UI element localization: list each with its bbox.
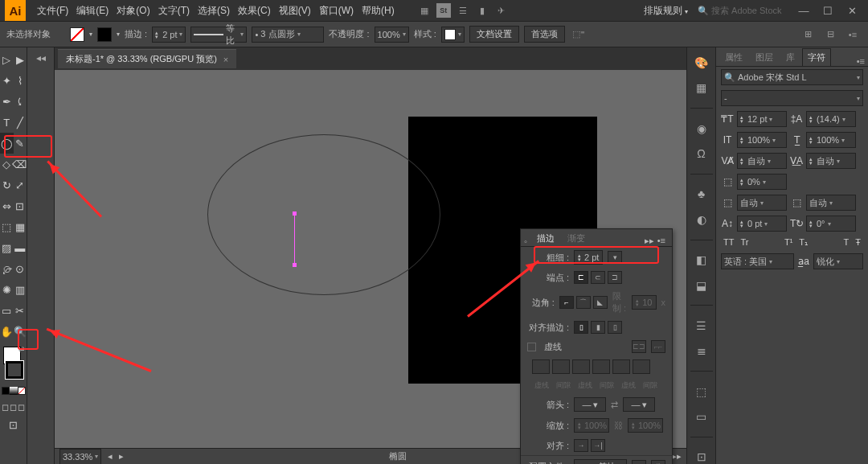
ellipse-tool[interactable]: ◯ bbox=[0, 133, 14, 154]
stroke-weight-field[interactable]: ▴▾2 pt▾ bbox=[152, 27, 186, 43]
search-input[interactable]: 🔍 搜索 Adobe Stock bbox=[694, 3, 791, 18]
tab-gradient[interactable]: 渐变 bbox=[561, 231, 592, 246]
screen-mode-button[interactable]: ⊡ bbox=[0, 414, 27, 435]
gap-3[interactable] bbox=[633, 359, 650, 374]
cap-projecting-button[interactable]: ⊐ bbox=[608, 271, 622, 284]
zoom-tool[interactable]: 🔍 bbox=[14, 321, 27, 342]
bridge-icon[interactable]: ▦ bbox=[417, 3, 432, 18]
asset-export-icon[interactable]: ⬚ bbox=[693, 384, 710, 398]
magic-wand-tool[interactable]: ✦ bbox=[0, 70, 14, 91]
zoom-field[interactable]: 33.33%▾ bbox=[59, 449, 101, 465]
flip-v-icon[interactable]: ⇵ bbox=[651, 460, 665, 464]
pen-tool[interactable]: ✒ bbox=[0, 91, 14, 112]
nav-next-icon[interactable]: ▸ bbox=[119, 451, 124, 462]
hscale-field[interactable]: ▴▾100%▾ bbox=[806, 132, 856, 148]
menu-edit[interactable]: 编辑(E) bbox=[73, 2, 112, 20]
dash-1[interactable] bbox=[532, 359, 550, 374]
publish-icon[interactable]: ✈ bbox=[494, 3, 509, 18]
aki-right-field[interactable]: 自动▾ bbox=[806, 195, 856, 211]
tracking-field[interactable]: ▴▾自动▾ bbox=[806, 153, 856, 169]
scale-tool[interactable]: ⤢ bbox=[14, 175, 27, 195]
brush-field[interactable]: • 3 点圆形▾ bbox=[252, 27, 324, 43]
align-center-button[interactable]: ▯ bbox=[574, 321, 588, 334]
superscript-button[interactable]: T¹ bbox=[782, 236, 795, 248]
stroke-profile-field[interactable]: 等比▾ bbox=[190, 27, 247, 43]
layers-panel-icon[interactable]: ≣ bbox=[693, 344, 710, 358]
tab-layers[interactable]: 图层 bbox=[750, 48, 779, 66]
stroke-swatch[interactable] bbox=[97, 27, 112, 42]
curvature-tool[interactable]: ⤹ bbox=[14, 91, 27, 112]
fill-stroke-control[interactable]: ⇄ bbox=[3, 347, 23, 379]
dashed-checkbox[interactable] bbox=[527, 343, 536, 351]
font-size-field[interactable]: ▴▾12 pt▾ bbox=[737, 111, 787, 127]
eraser-tool[interactable]: ⌫ bbox=[12, 154, 27, 175]
transparency-panel-icon[interactable]: ◧ bbox=[693, 253, 710, 266]
nav-last-icon[interactable]: ▸▸ bbox=[672, 451, 682, 462]
swap-fill-stroke-icon[interactable]: ⇄ bbox=[18, 345, 25, 353]
baseline-shift-field[interactable]: ▴▾0 pt▾ bbox=[737, 216, 787, 232]
color-mode-solid[interactable] bbox=[2, 384, 10, 398]
panel-icon-2[interactable]: ⊟ bbox=[823, 27, 837, 42]
preferences-button[interactable]: 首选项 bbox=[524, 26, 565, 43]
free-transform-tool[interactable]: ⊡ bbox=[14, 195, 27, 216]
width-tool[interactable]: ⇔ bbox=[0, 195, 14, 216]
menu-type[interactable]: 文字(T) bbox=[155, 2, 193, 20]
fill-swatch[interactable] bbox=[70, 27, 84, 42]
arrange-icon[interactable]: ☰ bbox=[456, 3, 470, 18]
antialias-field[interactable]: 锐化▾ bbox=[813, 253, 863, 269]
gap-2[interactable] bbox=[592, 359, 610, 374]
align-outside-button[interactable]: ▯ bbox=[608, 321, 622, 334]
font-family-field[interactable]: 🔍 Adobe 宋体 Std L▾ bbox=[721, 69, 863, 85]
perspective-tool[interactable]: ▦ bbox=[14, 216, 27, 237]
line-tool[interactable]: ╱ bbox=[14, 112, 27, 133]
shaper-tool[interactable]: ◇ bbox=[0, 154, 12, 175]
dash-2[interactable] bbox=[572, 359, 590, 374]
gradient-tool[interactable]: ▬ bbox=[14, 237, 27, 258]
slice-tool[interactable]: ✂ bbox=[14, 300, 27, 321]
stroke-panel-icon[interactable]: ♣ bbox=[693, 187, 710, 201]
underline-button[interactable]: T bbox=[841, 236, 852, 248]
char-rotation-field[interactable]: ▴▾0°▾ bbox=[806, 216, 856, 232]
minimize-button[interactable]: — bbox=[792, 3, 815, 18]
font-style-field[interactable]: -▾ bbox=[721, 90, 863, 106]
collapse-icon[interactable]: ◂◂ bbox=[31, 49, 51, 67]
selection-tool[interactable]: ▷ bbox=[0, 49, 14, 70]
document-setup-button[interactable]: 文档设置 bbox=[469, 26, 519, 43]
link-scale-icon[interactable]: ⛓ bbox=[614, 421, 623, 430]
subscript-button[interactable]: T₁ bbox=[796, 236, 810, 248]
workspace-switcher[interactable]: 排版规则 ▾ bbox=[639, 2, 693, 19]
menu-help[interactable]: 帮助(H) bbox=[358, 2, 398, 20]
align-inside-button[interactable]: ▮ bbox=[591, 321, 605, 334]
arrow-align-1[interactable]: → bbox=[574, 439, 588, 452]
draw-behind[interactable]: ◻ bbox=[10, 400, 18, 414]
strikethrough-button[interactable]: Ŧ bbox=[853, 236, 863, 248]
flip-h-icon[interactable]: ⇋ bbox=[632, 460, 646, 464]
swap-arrows-icon[interactable]: ⇄ bbox=[611, 400, 618, 410]
gap-1[interactable] bbox=[552, 359, 570, 374]
style-field[interactable]: ▾ bbox=[441, 27, 465, 43]
join-round-button[interactable]: ⌒ bbox=[576, 296, 591, 309]
arrow-end-field[interactable]: —▾ bbox=[623, 397, 655, 412]
panel-icon-1[interactable]: ⊞ bbox=[800, 27, 815, 42]
graphic-styles-icon[interactable]: ☰ bbox=[693, 318, 710, 332]
ellipse-shape[interactable] bbox=[207, 134, 440, 295]
rotate-tool[interactable]: ↻ bbox=[0, 175, 14, 195]
swatches-panel-icon[interactable]: ▦ bbox=[693, 80, 710, 94]
arrow-scale-end[interactable]: ▴▾100% bbox=[628, 418, 663, 433]
tab-stroke[interactable]: 描边 bbox=[530, 231, 561, 246]
blend-tool[interactable]: ⊙ bbox=[14, 258, 27, 279]
tab-properties[interactable]: 属性 bbox=[719, 48, 748, 66]
hand-tool[interactable]: ✋ bbox=[0, 321, 14, 342]
arrow-start-field[interactable]: —▾ bbox=[574, 397, 606, 412]
direct-selection-tool[interactable]: ▶ bbox=[14, 49, 27, 70]
menu-effect[interactable]: 效果(C) bbox=[235, 2, 274, 20]
symbols-panel-icon[interactable]: Ω bbox=[693, 146, 710, 160]
menu-object[interactable]: 对象(O) bbox=[113, 2, 153, 20]
weight-field[interactable]: ▴▾2 pt bbox=[574, 250, 603, 265]
tab-libraries[interactable]: 库 bbox=[780, 48, 800, 66]
stock-icon[interactable]: St bbox=[436, 3, 451, 18]
appearance-panel-icon[interactable]: ⬓ bbox=[693, 278, 710, 292]
opacity-field[interactable]: 100%▾ bbox=[375, 27, 409, 43]
close-tab-icon[interactable]: × bbox=[223, 55, 228, 64]
eyedropper-tool[interactable]: ⌮ bbox=[0, 258, 14, 279]
